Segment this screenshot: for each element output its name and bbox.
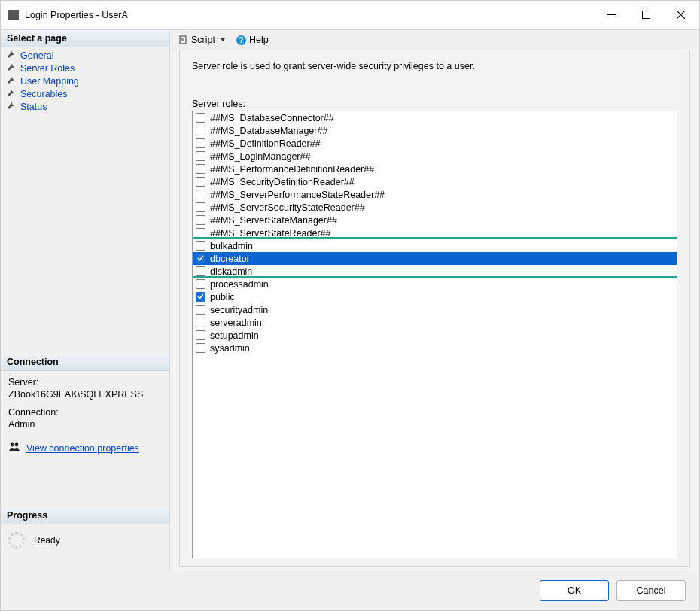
role-label: processadmin: [210, 279, 675, 290]
role-checkbox[interactable]: [196, 177, 205, 187]
role-label: diskadmin: [210, 266, 675, 277]
server-roles-label: Server roles:: [192, 99, 677, 111]
role-row[interactable]: bulkadmin: [193, 239, 677, 252]
help-label: Help: [249, 35, 269, 45]
role-label: ##MS_DefinitionReader##: [210, 138, 675, 149]
login-properties-window: Login Properties - UserA Select a page G…: [0, 0, 700, 611]
role-label: bulkadmin: [210, 241, 675, 251]
role-checkbox[interactable]: [196, 343, 205, 353]
role-row[interactable]: ##MS_ServerStateReader##: [193, 226, 677, 239]
role-checkbox[interactable]: [196, 228, 205, 238]
role-checkbox[interactable]: [196, 279, 205, 289]
role-checkbox[interactable]: [196, 215, 205, 225]
role-label: ##MS_PerformanceDefinitionReader##: [210, 164, 675, 175]
role-checkbox[interactable]: [196, 254, 205, 263]
server-value: ZBook16G9EAK\SQLEXPRESS: [8, 389, 162, 400]
sidebar-item-label: General: [20, 50, 53, 61]
wrench-icon: [7, 62, 16, 74]
minimize-button[interactable]: [594, 1, 628, 29]
sidebar-item-label: Server Roles: [20, 63, 75, 74]
maximize-button[interactable]: [628, 1, 663, 29]
view-connection-properties-link[interactable]: View connection properties: [26, 443, 139, 454]
role-label: sysadmin: [210, 343, 675, 354]
panel-description: Server role is used to grant server-wide…: [192, 61, 677, 71]
svg-point-4: [11, 443, 14, 447]
wrench-icon: [7, 101, 16, 112]
role-row[interactable]: ##MS_SecurityDefinitionReader##: [193, 175, 677, 188]
progress-box: Ready: [1, 524, 169, 556]
role-row[interactable]: ##MS_DatabaseManager##: [193, 124, 677, 137]
script-button[interactable]: Script: [179, 35, 226, 45]
role-checkbox[interactable]: [196, 266, 205, 276]
server-label: Server:: [8, 377, 162, 388]
role-row[interactable]: serveradmin: [193, 316, 677, 329]
role-row[interactable]: ##MS_PerformanceDefinitionReader##: [193, 163, 677, 175]
server-roles-panel: Server role is used to grant server-wide…: [179, 50, 690, 567]
role-row[interactable]: ##MS_LoginManager##: [193, 150, 677, 163]
window-title: Login Properties - UserA: [25, 10, 594, 20]
sidebar-item-user-mapping[interactable]: User Mapping: [1, 74, 169, 87]
help-button[interactable]: ? Help: [230, 35, 269, 45]
role-checkbox[interactable]: [196, 330, 205, 340]
role-row[interactable]: setupadmin: [193, 329, 677, 342]
dropdown-caret-icon: [220, 35, 226, 45]
role-row[interactable]: ##MS_DefinitionReader##: [193, 137, 677, 150]
ok-button[interactable]: OK: [540, 580, 609, 601]
role-row[interactable]: ##MS_ServerStateManager##: [193, 214, 677, 226]
role-label: ##MS_DatabaseManager##: [210, 126, 675, 136]
progress-spinner-icon: [8, 532, 25, 549]
role-label: serveradmin: [210, 318, 675, 328]
sidebar-item-label: Status: [20, 102, 47, 112]
sidebar-item-label: Securables: [20, 89, 68, 99]
close-button[interactable]: [663, 1, 698, 29]
role-checkbox[interactable]: [196, 318, 205, 327]
role-label: ##MS_DatabaseConnector##: [210, 113, 675, 123]
role-row[interactable]: securityadmin: [193, 303, 677, 316]
role-checkbox[interactable]: [196, 138, 205, 148]
role-label: setupadmin: [210, 330, 675, 341]
role-row[interactable]: ##MS_DatabaseConnector##: [193, 111, 677, 124]
role-checkbox[interactable]: [196, 113, 205, 123]
app-icon: [8, 10, 19, 20]
sidebar-item-securables[interactable]: Securables: [1, 87, 169, 100]
connection-heading: Connection: [1, 354, 169, 371]
connection-info: Server: ZBook16G9EAK\SQLEXPRESS Connecti…: [1, 371, 169, 440]
cancel-button[interactable]: Cancel: [616, 580, 686, 601]
role-checkbox[interactable]: [196, 126, 205, 135]
sidebar-item-server-roles[interactable]: Server Roles: [1, 62, 169, 74]
role-checkbox[interactable]: [196, 190, 205, 199]
role-label: ##MS_SecurityDefinitionReader##: [210, 177, 675, 187]
role-label: ##MS_ServerStateReader##: [210, 228, 675, 239]
role-row[interactable]: diskadmin: [193, 265, 677, 278]
progress-heading: Progress: [1, 507, 169, 524]
role-checkbox[interactable]: [196, 292, 205, 302]
role-checkbox[interactable]: [196, 151, 205, 161]
sidebar-item-general[interactable]: General: [1, 49, 169, 62]
sidebar-item-label: User Mapping: [20, 76, 79, 87]
role-row[interactable]: public: [193, 290, 677, 303]
sidebar-item-status[interactable]: Status: [1, 100, 169, 113]
role-row[interactable]: dbcreator: [193, 252, 677, 265]
role-label: ##MS_ServerStateManager##: [210, 215, 675, 226]
wrench-icon: [7, 50, 16, 61]
role-row[interactable]: ##MS_ServerPerformanceStateReader##: [193, 188, 677, 201]
main-pane: Script ? Help Server role is used to gra…: [170, 30, 699, 571]
role-checkbox[interactable]: [196, 241, 205, 251]
role-label: ##MS_ServerSecurityStateReader##: [210, 202, 675, 213]
role-label: ##MS_LoginManager##: [210, 151, 675, 162]
role-checkbox[interactable]: [196, 305, 205, 315]
script-label: Script: [191, 35, 215, 45]
view-conn-row: View connection properties: [1, 440, 169, 462]
role-row[interactable]: sysadmin: [193, 342, 677, 354]
role-checkbox[interactable]: [196, 164, 205, 174]
connection-label: Connection:: [8, 407, 162, 418]
role-row[interactable]: ##MS_ServerSecurityStateReader##: [193, 201, 677, 214]
svg-point-5: [15, 443, 19, 447]
role-row[interactable]: processadmin: [193, 278, 677, 290]
body-area: Select a page GeneralServer RolesUser Ma…: [1, 29, 699, 571]
sidebar: Select a page GeneralServer RolesUser Ma…: [1, 30, 170, 571]
role-checkbox[interactable]: [196, 202, 205, 212]
svg-rect-1: [642, 11, 650, 19]
server-roles-list[interactable]: ##MS_DatabaseConnector####MS_DatabaseMan…: [192, 111, 677, 558]
select-page-heading: Select a page: [1, 30, 169, 47]
